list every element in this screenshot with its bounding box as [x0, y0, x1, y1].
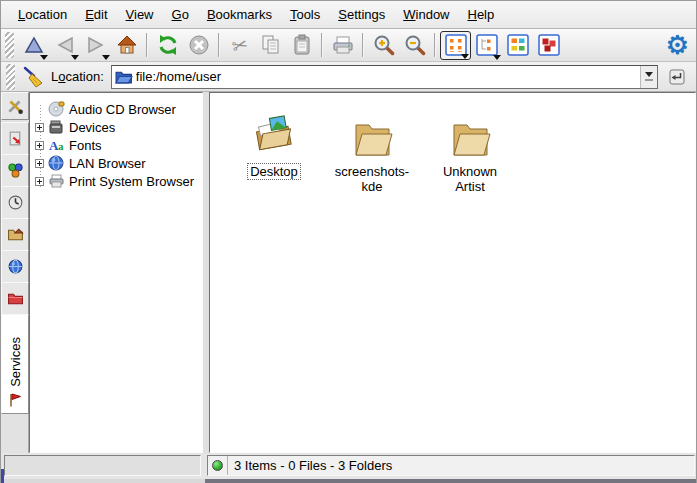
- menu-tools[interactable]: Tools: [281, 2, 329, 27]
- menu-settings[interactable]: Settings: [329, 2, 394, 27]
- menu-help[interactable]: Help: [459, 2, 504, 27]
- paste-button[interactable]: [286, 31, 317, 60]
- toolbar-separator: [362, 33, 364, 57]
- toolbar-separator: [434, 33, 436, 57]
- icon-view-dropdown-arrow-icon: [461, 54, 469, 59]
- paste-icon: [290, 33, 314, 57]
- location-combobox[interactable]: [111, 65, 658, 89]
- tree-item-fonts[interactable]: A a Fonts: [30, 136, 202, 154]
- window-corner-accent: [1, 469, 4, 483]
- detailed-view-button[interactable]: [533, 31, 564, 60]
- status-led-icon: [212, 460, 223, 471]
- file-icon-view[interactable]: Desktop screenshots-kde: [209, 92, 696, 453]
- sidebar-tab-home-folder[interactable]: [1, 218, 29, 251]
- back-arrow-icon: [53, 33, 77, 57]
- statusbar: 3 Items - 0 Files - 3 Folders: [207, 455, 695, 476]
- main-toolbar: ✂: [1, 29, 696, 62]
- open-folder-icon: [447, 117, 493, 159]
- reload-button[interactable]: [152, 31, 183, 60]
- window-bottom-edge: [1, 479, 696, 483]
- sidebar-tab-history[interactable]: [1, 186, 29, 219]
- stop-button[interactable]: [183, 31, 214, 60]
- back-dropdown-arrow-icon: [71, 55, 79, 60]
- file-label: Unknown Artist: [424, 163, 516, 195]
- locationbar-drag-handle[interactable]: [6, 64, 15, 90]
- toolbar-separator: [146, 33, 148, 57]
- icon-view-button[interactable]: [440, 31, 471, 60]
- toolbar-separator: [321, 33, 323, 57]
- tree-expander-plus[interactable]: [35, 177, 44, 186]
- menu-go[interactable]: Go: [163, 2, 198, 27]
- zoom-out-button[interactable]: [399, 31, 430, 60]
- tree-item-label: Audio CD Browser: [69, 102, 176, 117]
- location-label-post: cation:: [65, 69, 103, 84]
- tree-expander-plus[interactable]: [35, 123, 44, 132]
- menu-bookmarks[interactable]: Bookmarks: [198, 2, 281, 27]
- forward-dropdown-arrow-icon: [102, 55, 110, 60]
- multicolumn-view-button[interactable]: [502, 31, 533, 60]
- clear-location-button[interactable]: [19, 64, 47, 90]
- sidebar-tab-services[interactable]: Services: [1, 314, 29, 414]
- tree-item-label: Devices: [69, 120, 115, 135]
- zoom-in-icon: [372, 33, 396, 57]
- tree-expander-plus[interactable]: [35, 159, 44, 168]
- tree-view-button[interactable]: [471, 31, 502, 60]
- tree-expander-plus[interactable]: [35, 141, 44, 150]
- tree-item-lan-browser[interactable]: LAN Browser: [30, 154, 202, 172]
- cut-button[interactable]: ✂: [224, 31, 255, 60]
- file-item-unknown-artist[interactable]: Unknown Artist: [422, 105, 518, 195]
- copy-button[interactable]: [255, 31, 286, 60]
- sidebar-tabstrip-filler: [1, 414, 29, 453]
- tree-item-print-system-browser[interactable]: Print System Browser: [30, 172, 202, 190]
- go-button[interactable]: [665, 65, 689, 89]
- up-button[interactable]: [18, 31, 49, 60]
- location-input[interactable]: [133, 69, 640, 84]
- sidebar-status-area: [4, 455, 201, 476]
- menu-edit[interactable]: Edit: [76, 2, 116, 27]
- file-item-screenshots-kde[interactable]: screenshots-kde: [324, 105, 420, 195]
- tree-item-label: LAN Browser: [69, 156, 146, 171]
- tree-view-icon: [476, 34, 498, 56]
- location-label: Location:: [51, 69, 104, 84]
- sidebar-tab-devices[interactable]: [1, 154, 29, 187]
- forward-button[interactable]: [80, 31, 111, 60]
- file-icon-wrap: [447, 105, 493, 159]
- tree-item-devices[interactable]: Devices: [30, 118, 202, 136]
- reload-icon: [156, 33, 180, 57]
- sidebar-tab-network[interactable]: [1, 250, 29, 283]
- blue-open-folder-icon: [115, 68, 133, 85]
- menu-window[interactable]: Window: [394, 2, 458, 27]
- chevron-down-icon: [645, 72, 653, 77]
- file-label: screenshots-kde: [326, 163, 418, 195]
- enter-arrow-icon: [667, 67, 687, 87]
- kde-logo-button[interactable]: ⚙: [662, 31, 693, 60]
- sidebar-tab-bookmarks[interactable]: [1, 122, 29, 155]
- tools-icon: [6, 97, 24, 115]
- menubar: Location Edit View Go Bookmarks Tools Se…: [1, 1, 696, 29]
- flag-icon: [7, 392, 23, 408]
- location-combo-dropdown-button[interactable]: [640, 66, 657, 88]
- back-button[interactable]: [49, 31, 80, 60]
- print-button[interactable]: [327, 31, 358, 60]
- file-label: Desktop: [247, 163, 301, 180]
- menu-view[interactable]: View: [117, 2, 163, 27]
- toolbar-drag-handle[interactable]: [5, 32, 14, 58]
- file-icon-wrap: [349, 105, 395, 159]
- sidebar-configure-button[interactable]: [1, 92, 29, 120]
- home-button[interactable]: [111, 31, 142, 60]
- open-folder-icon: [349, 117, 395, 159]
- sidebar-tab-root-folder[interactable]: [1, 282, 29, 315]
- content-area: Services Audio CD Browser: [1, 92, 696, 453]
- tree-item-audio-cd-browser[interactable]: Audio CD Browser: [30, 100, 202, 118]
- file-item-desktop[interactable]: Desktop: [226, 105, 322, 180]
- konqueror-window: Location Edit View Go Bookmarks Tools Se…: [0, 0, 697, 483]
- copy-icon: [259, 33, 283, 57]
- fonts-icon: A a: [48, 137, 66, 153]
- zoom-in-button[interactable]: [368, 31, 399, 60]
- multicolumn-view-icon: [507, 34, 529, 56]
- menu-location[interactable]: Location: [9, 2, 76, 27]
- sidebar-tab-services-label: Services: [8, 337, 23, 387]
- desktop-folder-icon: [250, 113, 298, 159]
- status-text: 3 Items - 0 Files - 3 Folders: [234, 458, 392, 473]
- printer-icon: [48, 173, 66, 189]
